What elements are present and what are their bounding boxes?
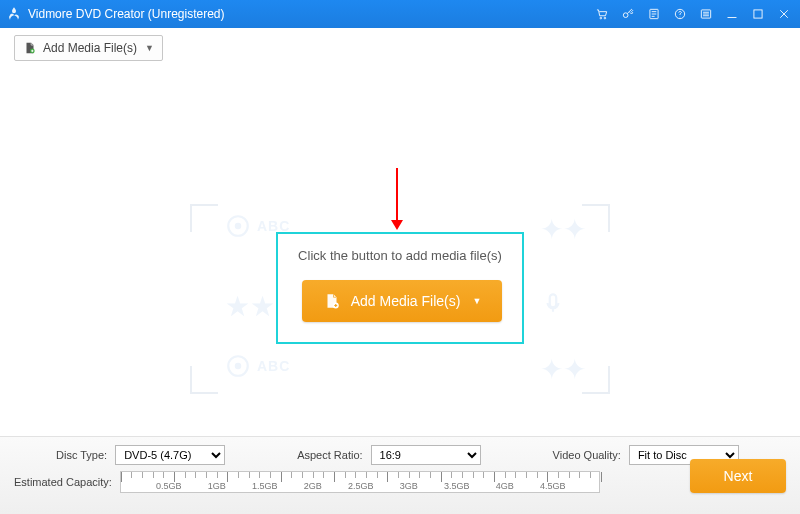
key-icon[interactable]: [620, 6, 636, 22]
svg-point-2: [623, 13, 628, 18]
maximize-icon[interactable]: [750, 6, 766, 22]
app-title: Vidmore DVD Creator (Unregistered): [28, 7, 225, 21]
main-area: ABC ✦✦ ★★ ABC ✦✦ Click the button to add…: [0, 68, 800, 436]
chevron-down-icon: ▼: [145, 43, 154, 53]
titlebar-icons: [594, 6, 792, 22]
menu-icon[interactable]: [698, 6, 714, 22]
help-icon[interactable]: [672, 6, 688, 22]
ruler-tick-label: 4GB: [496, 481, 514, 491]
capacity-ruler: 0.5GB1GB1.5GB2GB2.5GB3GB3.5GB4GB4.5GB: [120, 471, 600, 493]
svg-rect-7: [754, 10, 762, 18]
titlebar: Vidmore DVD Creator (Unregistered): [0, 0, 800, 28]
ruler-tick-label: 1GB: [208, 481, 226, 491]
minimize-icon[interactable]: [724, 6, 740, 22]
ruler-tick-label: 2.5GB: [348, 481, 374, 491]
annotation-arrow: [396, 168, 398, 228]
capacity-label: Estimated Capacity:: [14, 476, 112, 488]
ruler-tick-label: 3GB: [400, 481, 418, 491]
add-media-label: Add Media File(s): [43, 41, 137, 55]
svg-point-5: [680, 16, 681, 17]
video-quality-label: Video Quality:: [553, 449, 621, 461]
close-icon[interactable]: [776, 6, 792, 22]
ruler-tick-label: 3.5GB: [444, 481, 470, 491]
chevron-down-icon: ▼: [472, 296, 481, 306]
add-media-label: Add Media File(s): [351, 293, 461, 309]
add-file-icon: [323, 292, 341, 310]
corner-bracket: [582, 366, 610, 394]
app-logo-icon: [6, 6, 22, 22]
hint-text: Click the button to add media file(s): [0, 248, 800, 263]
add-media-button-main[interactable]: Add Media File(s) ▼: [302, 280, 502, 322]
capacity-row: Estimated Capacity: 0.5GB1GB1.5GB2GB2.5G…: [14, 471, 786, 493]
disc-type-label: Disc Type:: [56, 449, 107, 461]
settings-row: Disc Type: DVD-5 (4.7G) Aspect Ratio: 16…: [14, 445, 786, 465]
toolbar: Add Media File(s) ▼: [0, 28, 800, 68]
corner-bracket: [582, 204, 610, 232]
history-icon[interactable]: [646, 6, 662, 22]
disc-type-select[interactable]: DVD-5 (4.7G): [115, 445, 225, 465]
next-button[interactable]: Next: [690, 459, 786, 493]
ruler-tick-label: 1.5GB: [252, 481, 278, 491]
bottom-panel: Disc Type: DVD-5 (4.7G) Aspect Ratio: 16…: [0, 436, 800, 514]
corner-bracket: [190, 204, 218, 232]
next-label: Next: [724, 468, 753, 484]
cart-icon[interactable]: [594, 6, 610, 22]
svg-point-1: [604, 17, 606, 19]
aspect-ratio-select[interactable]: 16:9: [371, 445, 481, 465]
svg-point-0: [600, 17, 602, 19]
corner-bracket: [190, 366, 218, 394]
ruler-tick-label: 0.5GB: [156, 481, 182, 491]
add-file-icon: [23, 41, 37, 55]
add-media-button-toolbar[interactable]: Add Media File(s) ▼: [14, 35, 163, 61]
ruler-tick-label: 4.5GB: [540, 481, 566, 491]
aspect-ratio-label: Aspect Ratio:: [297, 449, 362, 461]
ruler-tick-label: 2GB: [304, 481, 322, 491]
